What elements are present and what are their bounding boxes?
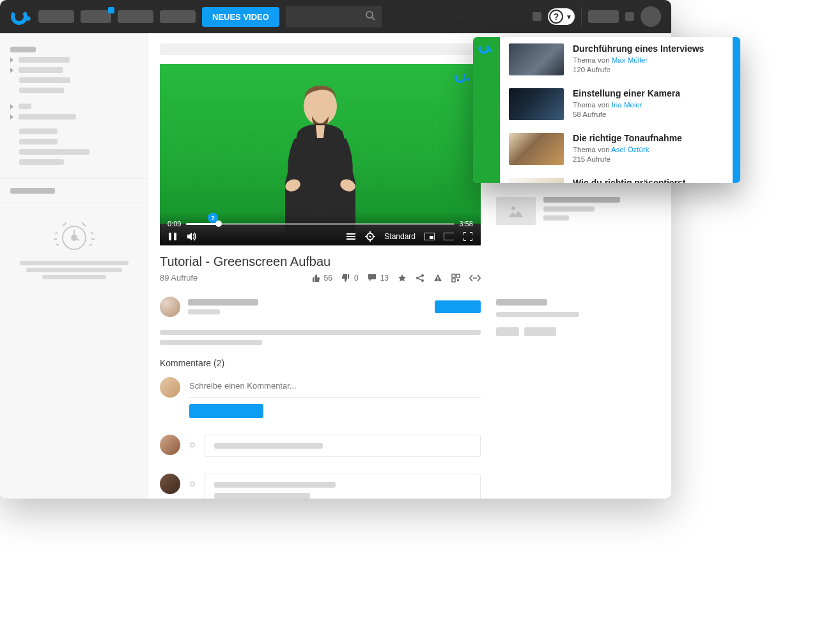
nav-item[interactable]: [38, 10, 74, 23]
related-video-item[interactable]: Die richtige Tonaufnahme Thema von Asel …: [500, 127, 733, 171]
user-avatar[interactable]: [641, 6, 661, 27]
sidebar-reminder-widget: [0, 203, 148, 292]
tag-chip[interactable]: [496, 327, 519, 336]
report-button[interactable]: [433, 274, 442, 282]
quality-label[interactable]: Standard: [384, 232, 416, 241]
commenter-avatar[interactable]: [160, 474, 180, 494]
chapters-icon[interactable]: [346, 231, 356, 242]
related-videos-popover: Durchführung eines Interviews Thema von …: [473, 37, 740, 183]
popover-accent-strip: [473, 37, 500, 183]
subscribe-button[interactable]: [435, 300, 481, 313]
pip-icon[interactable]: [424, 231, 435, 242]
video-thumbnail: [509, 43, 564, 75]
dislike-button[interactable]: 0: [341, 274, 359, 283]
uploader-avatar[interactable]: [160, 297, 180, 317]
breadcrumb: [160, 43, 481, 55]
sidebar-subitem[interactable]: [10, 149, 137, 155]
description-line: [160, 340, 262, 345]
related-item[interactable]: [496, 197, 660, 225]
share-button[interactable]: [416, 274, 424, 283]
uploader-meta: [188, 309, 220, 314]
search-icon: [365, 10, 375, 23]
comment-item: [160, 474, 481, 499]
settings-icon[interactable]: [365, 231, 375, 242]
commenter-avatar[interactable]: [160, 435, 180, 455]
fullscreen-icon[interactable]: [463, 231, 473, 242]
related-video-item[interactable]: Wie du richtig präsentierst: [500, 171, 733, 183]
qr-button[interactable]: [451, 274, 460, 283]
sidebar-subitem[interactable]: [10, 128, 137, 134]
author-link[interactable]: Ina Meier: [612, 101, 642, 109]
divider: [581, 7, 582, 26]
comment-body: [205, 474, 481, 499]
video-thumbnail: [509, 133, 564, 165]
comments-header: Kommentare (2): [160, 358, 481, 368]
like-button[interactable]: 56: [311, 274, 332, 283]
nav-icon[interactable]: [533, 12, 541, 21]
related-title: Einstellung einer Kamera: [573, 88, 724, 99]
nav-item[interactable]: [118, 10, 153, 23]
nav-item[interactable]: [160, 10, 196, 23]
svg-point-38: [473, 277, 474, 279]
sidebar-subitem[interactable]: [10, 77, 137, 83]
theater-icon[interactable]: [444, 231, 454, 242]
svg-point-19: [369, 236, 371, 238]
popover-list: Durchführung eines Interviews Thema von …: [500, 37, 733, 183]
sidebar-item[interactable]: [10, 67, 137, 73]
timeline-dot-icon: [190, 442, 195, 447]
help-menu[interactable]: ? ▼: [548, 8, 575, 25]
current-user-avatar: [160, 377, 180, 398]
duration: 3:58: [460, 220, 473, 228]
related-byline: Thema von Max Müller: [573, 56, 724, 64]
sidebar-item[interactable]: [10, 57, 137, 63]
related-byline: Thema von Asel Öztürk: [573, 146, 724, 153]
svg-rect-13: [169, 233, 171, 240]
scrollbar[interactable]: [733, 37, 740, 183]
seek-bar[interactable]: ?: [186, 223, 454, 225]
svg-rect-25: [430, 236, 433, 239]
comment-submit-button[interactable]: [189, 404, 263, 418]
embed-button[interactable]: [469, 274, 481, 282]
chevron-right-icon: [10, 68, 13, 73]
sidebar-subitem[interactable]: [10, 88, 137, 93]
video-thumbnail: [509, 178, 564, 183]
svg-point-39: [474, 277, 476, 279]
author-link[interactable]: Asel Öztürk: [611, 146, 649, 153]
pause-icon[interactable]: [167, 231, 178, 242]
svg-rect-36: [452, 279, 455, 282]
sidebar-subitem[interactable]: [10, 159, 137, 165]
sidebar-item[interactable]: [10, 104, 137, 109]
svg-rect-14: [174, 233, 176, 240]
chevron-right-icon: [10, 58, 13, 63]
logo-icon[interactable]: [10, 6, 32, 27]
nav-icon[interactable]: [625, 12, 634, 21]
video-thumbnail-icon: [496, 197, 536, 225]
comment-input[interactable]: [189, 377, 481, 398]
tag-chip[interactable]: [524, 327, 556, 336]
nav-item[interactable]: [81, 10, 111, 23]
seek-handle[interactable]: [215, 221, 222, 227]
volume-icon[interactable]: [187, 231, 197, 242]
related-views: 120 Aufrufe: [573, 66, 724, 74]
author-link[interactable]: Max Müller: [612, 56, 648, 64]
svg-point-42: [478, 43, 490, 54]
related-title: Die richtige Tonaufnahme: [573, 133, 724, 144]
video-player[interactable]: 0:09 ? 3:58: [160, 64, 481, 245]
favorite-button[interactable]: [398, 274, 407, 283]
comments-jump[interactable]: 13: [368, 274, 389, 283]
uploader-name[interactable]: [188, 299, 258, 306]
sidebar-subitem[interactable]: [10, 139, 137, 144]
comment-composer: [160, 377, 481, 418]
related-byline: Thema von Ina Meier: [573, 101, 724, 109]
nav-item[interactable]: [588, 10, 619, 23]
video-title: Tutorial - Greenscreen Aufbau: [160, 254, 481, 269]
search-input[interactable]: [286, 6, 382, 27]
sidebar-item[interactable]: [10, 114, 137, 120]
top-nav: NEUES VIDEO ? ▼: [0, 0, 671, 33]
related-video-item[interactable]: Durchführung eines Interviews Thema von …: [500, 37, 733, 82]
svg-rect-26: [444, 233, 454, 240]
new-video-button[interactable]: NEUES VIDEO: [202, 7, 279, 27]
svg-rect-34: [452, 274, 455, 277]
related-video-item[interactable]: Einstellung einer Kamera Thema von Ina M…: [500, 82, 733, 127]
svg-point-40: [476, 277, 477, 279]
